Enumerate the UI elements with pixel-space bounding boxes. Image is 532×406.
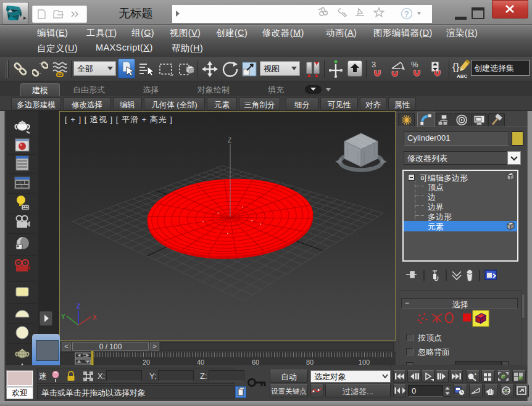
svg-text:Y: Y [61,313,65,320]
svg-text:80: 80 [306,358,314,365]
svg-text:+: + [474,371,477,377]
svg-text:ABC: ABC [457,73,468,79]
svg-text:3: 3 [372,60,376,69]
svg-text:100: 100 [359,358,370,365]
svg-text:20: 20 [143,358,150,365]
svg-text:Z: Z [228,137,231,144]
svg-text:?: ? [404,9,409,19]
svg-text:%: % [411,60,418,69]
svg-text:{}: {} [452,61,460,73]
svg-text:Z: Z [77,303,80,310]
svg-text:40: 40 [197,358,204,365]
svg-text:60: 60 [252,358,259,365]
svg-text:X: X [93,314,97,321]
